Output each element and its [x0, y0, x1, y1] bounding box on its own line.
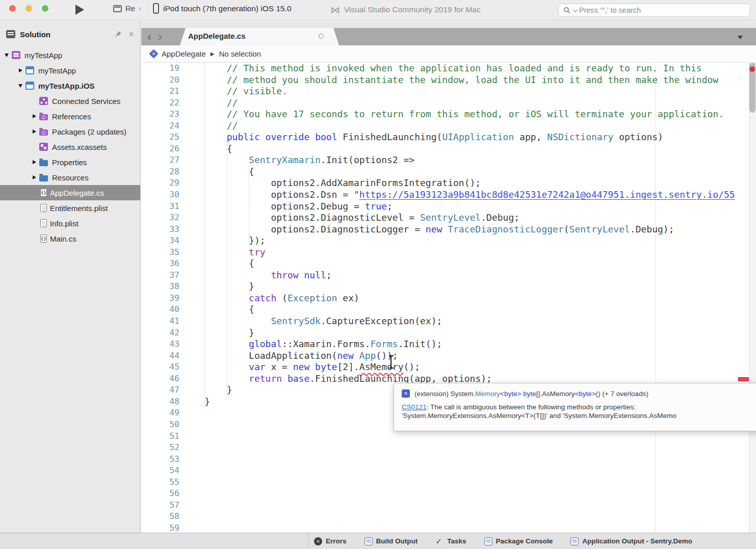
- sidebar-item-resources[interactable]: Resources: [0, 170, 140, 185]
- scrollbar-error-marker[interactable]: [738, 377, 750, 381]
- code-line-55[interactable]: 55: [141, 477, 756, 488]
- token-y: Memory: [475, 390, 500, 398]
- code-line-53[interactable]: 53: [141, 454, 756, 465]
- sidebar-item-mytestapp[interactable]: myTestApp: [0, 47, 140, 63]
- breadcrumb-class[interactable]: AppDelegate: [162, 49, 206, 58]
- code-line-19[interactable]: 19 // This method is invoked when the ap…: [141, 63, 756, 74]
- code-line-40[interactable]: 40 {: [141, 304, 756, 316]
- line-number: 47: [141, 384, 179, 396]
- code-line-31[interactable]: 31 options2.Debug = true;: [141, 201, 756, 213]
- sidebar-item-entitlements-plist[interactable]: Entitlements.plist: [0, 200, 140, 216]
- code-line-21[interactable]: 21 // visible.: [141, 86, 756, 97]
- assets-icon: [39, 143, 48, 151]
- minimize-window-button[interactable]: [25, 5, 32, 12]
- code-line-27[interactable]: 27 SentryXamarin.Init(options2 =>: [141, 154, 756, 166]
- code-line-42[interactable]: 42 }: [141, 327, 756, 339]
- code-line-23[interactable]: 23 // You have 17 seconds to return from…: [141, 109, 756, 120]
- code-line-25[interactable]: 25 public override bool FinishedLaunchin…: [141, 132, 756, 143]
- code-line-33[interactable]: 33 options2.DiagnosticLogger = new Trace…: [141, 224, 756, 236]
- line-number: 41: [141, 316, 179, 327]
- disclosure-open-icon[interactable]: [3, 51, 10, 59]
- code-text: }: [183, 384, 232, 395]
- pad-button-errors[interactable]: Errors: [314, 537, 347, 545]
- tab-appdelegate[interactable]: AppDelegate.cs: [180, 28, 339, 45]
- code-line-57[interactable]: 57: [141, 500, 756, 511]
- sidebar-item-label: Entitlements.plist: [50, 204, 108, 213]
- code-line-37[interactable]: 37 throw null;: [141, 270, 756, 281]
- zoom-window-button[interactable]: [42, 5, 48, 12]
- disclosure-closed-icon[interactable]: [31, 128, 38, 135]
- pad-button-build-output[interactable]: Build Output: [364, 537, 418, 545]
- run-button[interactable]: [75, 5, 84, 15]
- sidebar-item-appdelegate-cs[interactable]: AppDelegate.cs: [0, 185, 140, 200]
- search-scope-chevron-icon[interactable]: [573, 7, 578, 12]
- code-line-44[interactable]: 44 LoadApplication(new App());: [141, 350, 756, 362]
- token-p: options2.AddXamarinFormsIntegration();: [271, 177, 481, 188]
- tab-overflow-chevron-icon[interactable]: [738, 36, 743, 39]
- sidebar-item-assets-xcassets[interactable]: Assets.xcassets: [0, 139, 140, 154]
- code-line-41[interactable]: 41 SentrySdk.CaptureException(ex);: [141, 316, 756, 327]
- code-line-54[interactable]: 54: [141, 465, 756, 477]
- navigate-back-button[interactable]: ‹: [147, 30, 151, 44]
- sidebar-item-connected-services[interactable]: Connected Services: [0, 93, 140, 109]
- sidebar-item-packages-2-updates[interactable]: Packages (2 updates): [0, 124, 140, 139]
- token-p: }: [227, 384, 232, 395]
- breadcrumb-selection[interactable]: No selection: [219, 49, 261, 58]
- sidebar-item-info-plist[interactable]: Info.plist: [0, 216, 140, 231]
- error-code-link[interactable]: CS0121: [402, 403, 427, 411]
- configuration-selector[interactable]: Re ›: [113, 4, 141, 13]
- code-line-58[interactable]: 58: [141, 511, 756, 522]
- code-text: SentryXamarin.Init(options2 =>: [183, 154, 414, 165]
- folder-blue-icon: [39, 175, 48, 181]
- token-p: {: [227, 143, 232, 154]
- disclosure-closed-icon[interactable]: [31, 113, 38, 120]
- token-p: options2.Debug =: [271, 201, 364, 212]
- tab-modified-indicator-icon: [319, 34, 324, 39]
- sidebar-item-main-cs[interactable]: Main.cs: [0, 231, 140, 246]
- close-pad-icon[interactable]: ×: [128, 31, 134, 38]
- pad-button-tasks[interactable]: Tasks: [435, 537, 466, 545]
- code-line-36[interactable]: 36 {: [141, 258, 756, 270]
- pin-pad-icon[interactable]: [115, 31, 122, 38]
- code-line-35[interactable]: 35 try: [141, 247, 756, 258]
- code-line-56[interactable]: 56: [141, 488, 756, 500]
- scrollbar-error-dot[interactable]: [749, 66, 755, 72]
- editor-scrollbar[interactable]: [749, 63, 756, 533]
- code-line-43[interactable]: 43 global::Xamarin.Forms.Forms.Init();: [141, 338, 756, 350]
- close-window-button[interactable]: [9, 5, 16, 12]
- code-line-28[interactable]: 28 {: [141, 166, 756, 178]
- disclosure-closed-icon[interactable]: [31, 174, 38, 181]
- sidebar-item-properties[interactable]: Properties: [0, 154, 140, 170]
- code-line-51[interactable]: 51: [141, 431, 756, 442]
- code-line-22[interactable]: 22 //: [141, 97, 756, 109]
- code-text: catch (Exception ex): [183, 293, 359, 303]
- code-line-39[interactable]: 39 catch (Exception ex): [141, 293, 756, 304]
- disclosure-closed-icon[interactable]: [17, 67, 24, 74]
- code-line-59[interactable]: 59: [141, 522, 756, 533]
- code-line-45[interactable]: 45 var x = new byte[2].AsMemory();: [141, 361, 756, 373]
- code-line-26[interactable]: 26 {: [141, 143, 756, 155]
- search-input[interactable]: Press '^,' to search: [558, 4, 750, 17]
- code-line-20[interactable]: 20 // method you should instantiate the …: [141, 74, 756, 86]
- disclosure-closed-icon[interactable]: [31, 159, 38, 166]
- sidebar-item-references[interactable]: References: [0, 109, 140, 124]
- pad-button-application-output-sentry-demo[interactable]: Application Output - Sentry.Demo: [570, 537, 692, 545]
- sidebar-item-mytestapp-ios[interactable]: myTestApp.iOS: [0, 78, 140, 93]
- code-line-52[interactable]: 52: [141, 442, 756, 454]
- code-line-29[interactable]: 29 options2.AddXamarinFormsIntegration()…: [141, 177, 756, 189]
- device-selector[interactable]: iPod touch (7th generation) iOS 15.0: [153, 3, 292, 14]
- code-text: {: [183, 166, 254, 177]
- code-editor[interactable]: 19 // This method is invoked when the ap…: [141, 63, 756, 533]
- code-line-34[interactable]: 34 });: [141, 235, 756, 247]
- code-line-38[interactable]: 38 }: [141, 281, 756, 293]
- code-line-30[interactable]: 30 options2.Dsn = "https://5a193123a9b84…: [141, 189, 756, 201]
- pad-button-package-console[interactable]: Package Console: [484, 537, 553, 545]
- vs-logo-icon: ⋈: [330, 4, 340, 16]
- sidebar-item-mytestapp[interactable]: myTestApp: [0, 63, 140, 78]
- code-line-32[interactable]: 32 options2.DiagnosticLevel = SentryLeve…: [141, 212, 756, 224]
- disclosure-open-icon[interactable]: [17, 82, 24, 89]
- connected-services-icon: [39, 97, 48, 105]
- code-line-24[interactable]: 24 //: [141, 120, 756, 132]
- token-y: SentrySdk: [271, 316, 321, 326]
- navigate-forward-button[interactable]: ›: [158, 30, 162, 44]
